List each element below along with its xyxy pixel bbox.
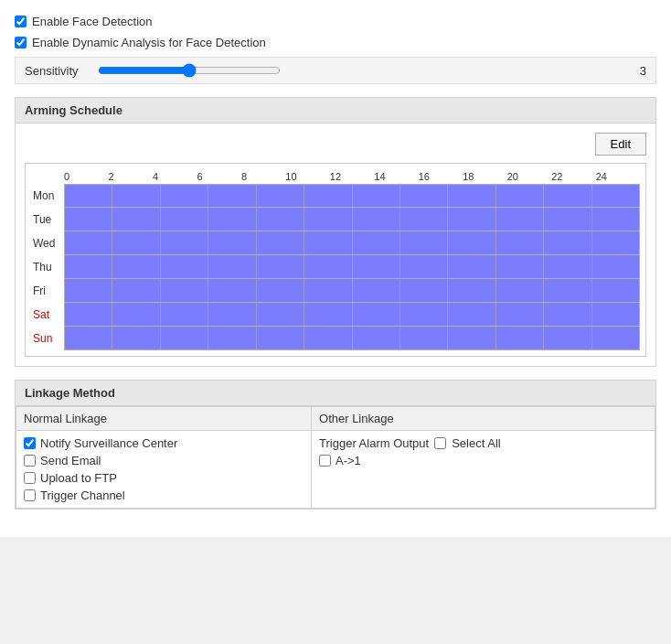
time-16: 16 (419, 171, 463, 182)
notify-surveillance-checkbox[interactable] (24, 437, 36, 449)
alarm-output-a1-label: A->1 (336, 454, 361, 467)
sensitivity-slider[interactable] (98, 63, 281, 78)
time-14: 14 (374, 171, 418, 182)
normal-linkage-header: Normal Linkage (16, 407, 312, 431)
enable-dynamic-checkbox[interactable] (15, 37, 27, 48)
alarm-output-a1-checkbox[interactable] (319, 455, 331, 467)
arming-schedule-header: Arming Schedule (15, 97, 656, 123)
other-linkage-header: Other Linkage (312, 407, 655, 431)
enable-dynamic-row: Enable Dynamic Analysis for Face Detecti… (15, 36, 656, 49)
normal-linkage-cell: Notify Surveillance Center Send Email Up… (16, 431, 312, 509)
sensitivity-row: Sensitivity 3 (15, 57, 656, 84)
chart-row-thu: Thu (31, 255, 640, 279)
chart-row-sat: Sat (31, 303, 640, 327)
linkage-table-header-row: Normal Linkage Other Linkage (16, 407, 655, 431)
main-container: Enable Face Detection Enable Dynamic Ana… (0, 0, 671, 537)
time-8: 8 (241, 171, 285, 182)
day-label-sun: Sun (31, 327, 64, 350)
enable-dynamic-label: Enable Dynamic Analysis for Face Detecti… (32, 36, 266, 49)
time-22: 22 (551, 171, 595, 182)
linkage-table-body-row: Notify Surveillance Center Send Email Up… (16, 431, 655, 509)
chart-rows: Mon Tue (31, 184, 640, 350)
chart-row-mon: Mon (31, 184, 640, 208)
day-bar-tue (64, 208, 640, 231)
trigger-channel-checkbox[interactable] (24, 489, 36, 501)
linkage-method-body: Normal Linkage Other Linkage Notify Surv… (15, 406, 656, 510)
day-bar-thu (64, 255, 640, 279)
chart-time-labels: 0 2 4 6 8 10 12 14 16 18 20 22 24 (64, 171, 640, 182)
day-bar-fri (64, 279, 640, 303)
enable-face-detection-row: Enable Face Detection (15, 15, 656, 28)
day-label-fri: Fri (31, 279, 64, 303)
enable-face-detection-checkbox[interactable] (15, 16, 27, 27)
time-4: 4 (153, 171, 197, 182)
send-email-label: Send Email (40, 454, 101, 467)
day-label-wed: Wed (31, 231, 64, 255)
time-2: 2 (108, 171, 152, 182)
day-label-sat: Sat (31, 303, 64, 327)
chart-row-sun: Sun (31, 327, 640, 350)
linkage-item-notify: Notify Surveillance Center (24, 436, 304, 450)
chart-row-tue: Tue (31, 208, 640, 231)
chart-row-wed: Wed (31, 231, 640, 255)
upload-ftp-label: Upload to FTP (40, 471, 117, 485)
chart-row-fri: Fri (31, 279, 640, 303)
sensitivity-label: Sensitivity (25, 64, 89, 78)
edit-btn-row: Edit (25, 133, 646, 156)
time-20: 20 (507, 171, 551, 182)
time-18: 18 (463, 171, 506, 182)
send-email-checkbox[interactable] (24, 455, 36, 467)
time-24: 24 (596, 171, 640, 182)
sensitivity-slider-container (98, 63, 623, 78)
upload-ftp-checkbox[interactable] (24, 472, 36, 484)
notify-surveillance-label: Notify Surveillance Center (40, 436, 177, 450)
day-bar-wed (64, 231, 640, 255)
trigger-channel-label: Trigger Channel (40, 488, 125, 502)
linkage-item-trigger-channel: Trigger Channel (24, 488, 304, 502)
select-all-checkbox[interactable] (434, 437, 446, 449)
linkage-method-header: Linkage Method (15, 380, 656, 406)
sensitivity-value: 3 (640, 64, 646, 78)
trigger-alarm-label: Trigger Alarm Output (319, 436, 429, 450)
select-all-label: Select All (452, 436, 500, 450)
day-label-tue: Tue (31, 208, 64, 231)
linkage-table: Normal Linkage Other Linkage Notify Surv… (16, 406, 655, 509)
time-12: 12 (330, 171, 374, 182)
day-label-thu: Thu (31, 255, 64, 279)
other-linkage-cell: Trigger Alarm Output Select All A->1 (312, 431, 655, 509)
linkage-item-a1: A->1 (319, 454, 647, 467)
edit-button[interactable]: Edit (595, 133, 646, 156)
linkage-item-email: Send Email (24, 454, 304, 467)
arming-schedule-body: Edit 0 2 4 6 8 10 12 14 16 18 20 22 24 (15, 123, 656, 367)
schedule-chart: 0 2 4 6 8 10 12 14 16 18 20 22 24 Mon (25, 163, 646, 357)
day-label-mon: Mon (31, 184, 64, 208)
day-bar-mon (64, 184, 640, 208)
time-0: 0 (64, 171, 108, 182)
grid-lines-mon (65, 185, 639, 207)
day-bar-sat (64, 303, 640, 327)
trigger-alarm-row: Trigger Alarm Output Select All (319, 436, 647, 450)
time-10: 10 (285, 171, 329, 182)
day-bar-sun (64, 327, 640, 350)
linkage-item-ftp: Upload to FTP (24, 471, 304, 485)
time-6: 6 (197, 171, 240, 182)
enable-face-detection-label: Enable Face Detection (32, 15, 153, 28)
